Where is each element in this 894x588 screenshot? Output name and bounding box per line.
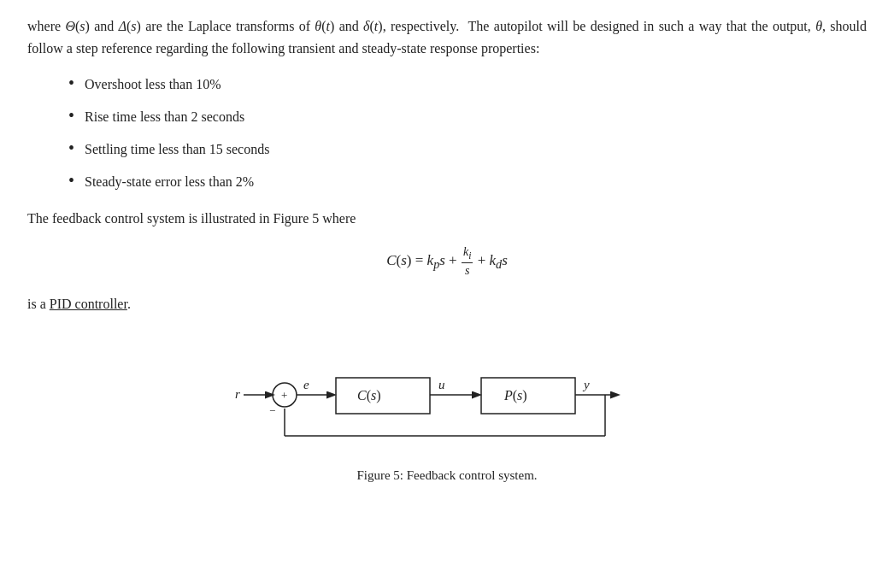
bullet-dot: • [68, 74, 74, 91]
diagram-wrapper: r + e C(s) u [27, 340, 867, 460]
svg-text:+: + [281, 389, 287, 402]
r-label: r [235, 387, 240, 401]
equation-block: C(s) = kps + ki s + kds [27, 245, 867, 278]
feedback-text: The feedback control system is illustrat… [27, 211, 356, 226]
diagram-svg: r + e C(s) u [216, 340, 678, 460]
equation: C(s) = kps + ki s + kds [386, 252, 508, 268]
block-diagram: r + e C(s) u [216, 340, 678, 460]
bullet-text-overshoot: Overshoot less than 10% [85, 74, 221, 95]
intro-paragraph: where Θ(s) and Δ(s) are the Laplace tran… [27, 15, 867, 59]
svg-text:−: − [269, 404, 275, 417]
pid-text: is a PID controller. [27, 297, 131, 311]
bullet-dot: • [68, 107, 74, 124]
list-item: • Steady-state error less than 2% [68, 172, 867, 192]
bullet-text-rise: Rise time less than 2 seconds [85, 107, 244, 127]
list-item: • Overshoot less than 10% [68, 74, 867, 95]
properties-list: • Overshoot less than 10% • Rise time le… [68, 74, 867, 192]
u-label: u [438, 378, 445, 391]
bullet-dot: • [68, 172, 74, 189]
controller-label: C(s) [357, 388, 381, 403]
bullet-text-settling: Settling time less than 15 seconds [85, 139, 269, 160]
list-item: • Settling time less than 15 seconds [68, 139, 867, 160]
list-item: • Rise time less than 2 seconds [68, 107, 867, 127]
bullet-dot: • [68, 139, 74, 156]
pid-paragraph: is a PID controller. [27, 293, 867, 315]
plant-block [481, 378, 575, 414]
main-content: where Θ(s) and Δ(s) are the Laplace tran… [27, 15, 867, 483]
figure-caption-text: Figure 5: Feedback control system. [356, 468, 537, 482]
controller-block [336, 378, 430, 414]
fraction-ki-s: ki s [462, 245, 473, 278]
bullet-text-steady: Steady-state error less than 2% [85, 172, 254, 192]
figure-caption: Figure 5: Feedback control system. [27, 468, 867, 483]
e-label: e [303, 378, 309, 391]
plant-label: P(s) [503, 388, 527, 403]
feedback-paragraph: The feedback control system is illustrat… [27, 208, 867, 230]
y-label: y [582, 378, 590, 391]
